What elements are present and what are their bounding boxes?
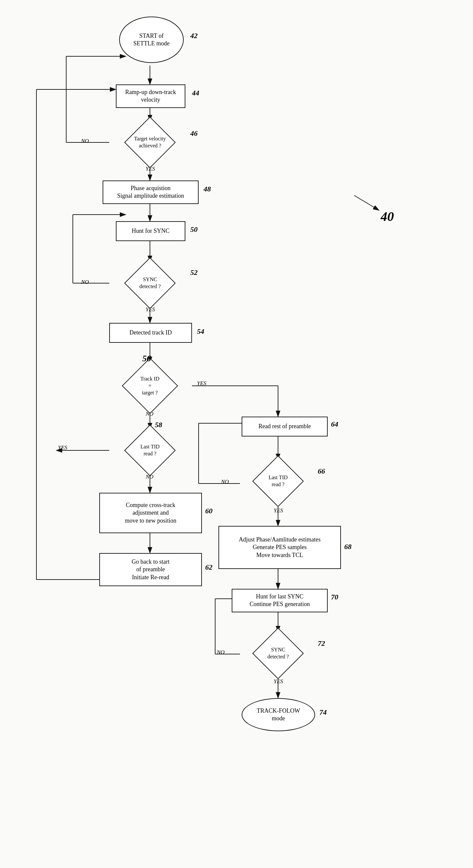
ref-54: 54 [197, 327, 204, 336]
ref-main: 40 [381, 209, 394, 224]
sync-det-node: SYNCdetected ? [110, 261, 190, 305]
label-no-vel: NO [81, 138, 89, 145]
ref-56: 56 [142, 354, 151, 364]
sync-det-2-node: SYNCdetected ? [239, 632, 317, 678]
label-yes-sync2: YES [274, 678, 283, 685]
hunt-sync-node: Hunt for SYNC [116, 221, 185, 241]
start-node: START of SETTLE mode [119, 17, 184, 63]
ref-62: 62 [205, 563, 213, 571]
ref-72: 72 [318, 639, 325, 648]
hunt-last-sync-node: Hunt for last SYNC Continue PES generati… [232, 589, 328, 612]
label-yes-sync: YES [146, 306, 155, 313]
svg-line-35 [354, 195, 379, 210]
flowchart-diagram: START of SETTLE mode 42 Ramp-up down-tra… [0, 0, 473, 868]
ref-60: 60 [205, 507, 213, 515]
ref-52: 52 [190, 268, 198, 277]
label-yes-track: YES [197, 380, 206, 387]
label-no-tid1: NO [146, 473, 154, 480]
label-yes-tid1: YES [58, 444, 67, 451]
ref-70: 70 [331, 593, 338, 601]
arrow-lines [0, 0, 473, 868]
phase-acq-node: Phase acquistion Signal amplitude estima… [103, 181, 199, 204]
ref-44: 44 [192, 89, 199, 97]
label-yes-vel: YES [146, 165, 155, 172]
label-no-tid2: NO [221, 478, 229, 485]
ref-66: 66 [318, 467, 325, 475]
compute-node: Compute cross-track adjustment and move … [99, 493, 202, 533]
track-id-node: Track ID=target ? [104, 363, 196, 409]
label-no-sync2: NO [217, 649, 225, 656]
go-back-node: Go back to start of preamble Initiate Re… [99, 553, 202, 586]
last-tid-2-node: Last TIDread ? [239, 460, 317, 506]
ref-48: 48 [203, 185, 211, 193]
target-vel-node: Target velocityachieved ? [110, 121, 190, 164]
label-no-sync: NO [81, 279, 89, 285]
last-tid-1-node: Last TIDread ? [110, 429, 190, 472]
ramp-node: Ramp-up down-track velocity [116, 85, 185, 108]
ref-42: 42 [190, 31, 198, 40]
ref-50: 50 [190, 225, 198, 234]
label-no-track: NO [146, 411, 154, 417]
read-preamble-node: Read rest of preamble [242, 416, 328, 436]
track-follow-node: TRACK-FOLOW mode [242, 698, 315, 731]
ref-58: 58 [155, 421, 162, 429]
det-track-node: Detected track ID [109, 323, 192, 343]
ref-68: 68 [344, 542, 351, 551]
ref-46: 46 [190, 129, 198, 138]
ref-64: 64 [331, 420, 338, 429]
adjust-phase-node: Adjust Phase/Aamlitude estimates Generat… [218, 526, 341, 569]
label-yes-tid2: YES [274, 507, 283, 514]
ref-74: 74 [319, 708, 327, 717]
